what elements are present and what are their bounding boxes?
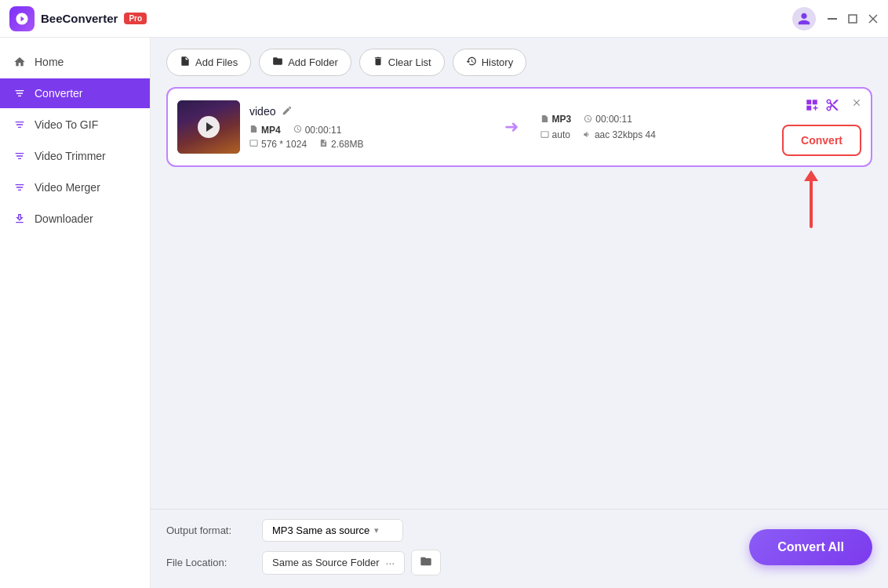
play-button[interactable] xyxy=(198,116,220,138)
format-icon xyxy=(249,125,258,135)
sidebar-item-video-trimmer[interactable]: Video Trimmer xyxy=(0,141,150,171)
clear-list-button[interactable]: Clear List xyxy=(359,49,445,76)
close-button[interactable] xyxy=(868,13,879,24)
output-duration-item: 00:00:11 xyxy=(584,114,632,125)
output-format-select[interactable]: MP3 Same as source ▾ xyxy=(262,519,403,542)
chevron-down-icon: ▾ xyxy=(374,525,379,535)
output-format-item: MP3 xyxy=(540,114,572,125)
red-arrow-indicator xyxy=(810,178,813,228)
clear-icon xyxy=(373,56,384,69)
output-duration: 00:00:11 xyxy=(595,114,632,125)
toolbar: Add Files Add Folder Clear List xyxy=(151,38,888,87)
format-select-value: MP3 Same as source xyxy=(272,524,369,536)
location-box: Same as Source Folder ··· xyxy=(262,551,405,575)
source-duration: 00:00:11 xyxy=(305,125,342,136)
output-format-label: Output format: xyxy=(166,524,253,536)
downloader-icon xyxy=(13,212,27,226)
add-files-label: Add Files xyxy=(195,56,238,68)
clock-icon xyxy=(293,125,302,135)
source-file-info: video MP4 xyxy=(249,105,482,150)
open-folder-button[interactable] xyxy=(411,550,441,575)
add-files-icon xyxy=(180,56,191,69)
edit-name-icon[interactable] xyxy=(282,105,293,118)
app-logo xyxy=(9,6,35,31)
video-merger-icon xyxy=(13,180,27,194)
source-duration-item: 00:00:11 xyxy=(293,125,342,136)
output-quality1-item: auto xyxy=(540,129,570,140)
add-folder-icon xyxy=(272,56,283,69)
main-content: Add Files Add Folder Clear List xyxy=(151,38,888,588)
sidebar-item-video-to-gif[interactable]: Video To GIF xyxy=(0,110,150,140)
source-format-item: MP4 xyxy=(249,125,281,136)
user-avatar[interactable] xyxy=(792,7,816,31)
settings-card-button[interactable] xyxy=(805,98,819,112)
sidebar-item-converter[interactable]: Converter xyxy=(0,78,150,108)
file-thumbnail xyxy=(177,100,240,154)
output-quality2-item: aac 32kbps 44 xyxy=(583,129,656,140)
converter-icon xyxy=(13,86,27,100)
history-button[interactable]: History xyxy=(453,49,526,76)
source-resolution-item: 576 * 1024 xyxy=(249,139,307,150)
file-name: video xyxy=(249,105,275,118)
source-format: MP4 xyxy=(261,125,281,136)
video-trimmer-icon xyxy=(13,149,27,163)
titlebar: BeeConverter Pro xyxy=(0,0,888,38)
convert-all-button[interactable]: Convert All xyxy=(749,529,872,565)
close-card-button[interactable] xyxy=(849,95,864,111)
app-name: BeeConverter xyxy=(41,12,118,25)
annotation-arrow xyxy=(166,175,872,238)
output-quality1: auto xyxy=(552,129,570,140)
arrow-icon: ➜ xyxy=(504,117,519,137)
file-card: video MP4 xyxy=(166,87,872,167)
sidebar-item-video-merger[interactable]: Video Merger xyxy=(0,172,150,202)
output-format-icon xyxy=(540,114,549,125)
file-list-area: video MP4 xyxy=(151,87,888,509)
card-actions xyxy=(805,98,839,112)
sidebar-merger-label: Video Merger xyxy=(35,181,100,194)
sidebar-videogif-label: Video To GIF xyxy=(35,118,98,131)
sidebar-downloader-label: Downloader xyxy=(35,212,93,225)
video-to-gif-icon xyxy=(13,118,27,132)
file-location-row: File Location: Same as Source Folder ··· xyxy=(166,550,441,575)
maximize-button[interactable] xyxy=(847,13,858,24)
minimize-button[interactable] xyxy=(827,13,838,24)
svg-rect-0 xyxy=(828,18,837,20)
size-icon xyxy=(319,139,328,149)
location-value: Same as Source Folder xyxy=(272,557,380,568)
output-clock-icon xyxy=(584,114,592,125)
sidebar-converter-label: Converter xyxy=(35,87,82,100)
resolution-icon xyxy=(249,139,258,149)
location-more-button[interactable]: ··· xyxy=(386,557,395,569)
location-row: Same as Source Folder ··· xyxy=(262,550,441,575)
source-size-item: 2.68MB xyxy=(319,139,363,150)
bottom-settings: Output format: MP3 Same as source ▾ File… xyxy=(166,519,441,575)
audio-icon xyxy=(583,130,591,140)
output-file-info: MP3 00:00:11 xyxy=(540,114,773,140)
output-format-row: Output format: MP3 Same as source ▾ xyxy=(166,519,441,542)
convert-button[interactable]: Convert xyxy=(782,125,861,156)
history-icon xyxy=(466,56,477,69)
sidebar: Home Converter Video To GIF xyxy=(0,38,151,588)
history-label: History xyxy=(482,56,513,68)
output-res-icon xyxy=(540,130,549,140)
clear-list-label: Clear List xyxy=(388,56,431,68)
file-location-label: File Location: xyxy=(166,557,253,568)
sidebar-trimmer-label: Video Trimmer xyxy=(35,150,106,162)
sidebar-home-label: Home xyxy=(35,56,64,68)
source-resolution: 576 * 1024 xyxy=(261,139,307,150)
output-format: MP3 xyxy=(552,114,572,125)
add-files-button[interactable]: Add Files xyxy=(166,49,251,76)
add-folder-label: Add Folder xyxy=(288,56,338,68)
output-quality2: aac 32kbps 44 xyxy=(595,129,656,140)
window-controls xyxy=(827,13,879,24)
conversion-arrow: ➜ xyxy=(492,117,531,137)
svg-rect-1 xyxy=(849,15,857,23)
bottom-bar: Output format: MP3 Same as source ▾ File… xyxy=(151,509,888,588)
pro-badge: Pro xyxy=(124,13,147,24)
cut-card-button[interactable] xyxy=(825,98,839,112)
sidebar-item-home[interactable]: Home xyxy=(0,47,150,77)
sidebar-item-downloader[interactable]: Downloader xyxy=(0,204,150,234)
home-icon xyxy=(13,55,27,69)
add-folder-button[interactable]: Add Folder xyxy=(259,49,351,76)
source-size: 2.68MB xyxy=(331,139,363,150)
